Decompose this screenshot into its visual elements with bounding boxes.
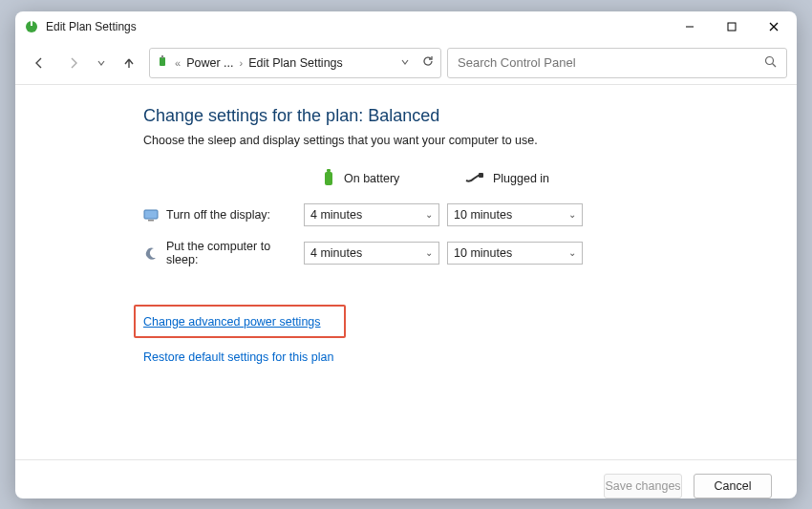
close-button[interactable]: [753, 12, 795, 41]
svg-rect-3: [728, 23, 736, 31]
breadcrumb-seg-1[interactable]: Power ...: [186, 56, 233, 70]
up-button[interactable]: [115, 50, 143, 76]
display-battery-dropdown[interactable]: 4 minutes ⌄: [304, 203, 439, 226]
plug-icon: [464, 171, 485, 187]
display-plugged-value: 10 minutes: [454, 208, 512, 222]
chevron-down-icon: ⌄: [425, 209, 433, 220]
breadcrumb-prefix: «: [175, 57, 181, 69]
maximize-button[interactable]: [711, 12, 753, 41]
restore-defaults-link[interactable]: Restore default settings for this plan: [143, 350, 333, 364]
chevron-down-icon: ⌄: [568, 209, 576, 220]
svg-rect-10: [325, 172, 332, 185]
save-changes-button: Save changes: [604, 474, 682, 498]
titlebar: Edit Plan Settings: [15, 11, 797, 42]
toolbar: « Power ... › Edit Plan Settings: [15, 42, 797, 84]
row-display-text: Turn off the display:: [166, 208, 270, 222]
column-plugged-in: Plugged in: [447, 171, 590, 187]
sleep-battery-value: 4 minutes: [310, 246, 362, 260]
svg-rect-6: [160, 57, 165, 66]
back-button[interactable]: [25, 50, 53, 76]
address-dropdown-icon[interactable]: [400, 55, 410, 70]
address-bar[interactable]: « Power ... › Edit Plan Settings: [149, 48, 441, 78]
power-icon: [156, 54, 169, 71]
svg-rect-1: [31, 21, 32, 26]
display-icon: [143, 207, 159, 223]
sleep-battery-dropdown[interactable]: 4 minutes ⌄: [304, 242, 439, 265]
row-sleep-text: Put the computer to sleep:: [166, 240, 304, 266]
column-on-battery: On battery: [304, 168, 447, 190]
cancel-button[interactable]: Cancel: [694, 474, 772, 498]
chevron-down-icon: ⌄: [425, 247, 433, 258]
window-title: Edit Plan Settings: [46, 20, 669, 33]
page-heading: Change settings for the plan: Balanced: [143, 106, 797, 126]
svg-rect-11: [327, 169, 331, 172]
battery-icon: [321, 168, 336, 190]
recent-dropdown[interactable]: [94, 50, 109, 76]
svg-rect-13: [144, 210, 158, 219]
column-plugged-in-label: Plugged in: [493, 172, 549, 185]
svg-rect-7: [161, 55, 163, 58]
forward-button[interactable]: [59, 50, 88, 76]
control-panel-window: Edit Plan Settings « Power ... › Edit Pl…: [15, 11, 797, 498]
svg-rect-14: [148, 220, 154, 222]
app-icon: [23, 18, 40, 35]
display-plugged-dropdown[interactable]: 10 minutes ⌄: [447, 203, 583, 226]
column-on-battery-label: On battery: [344, 172, 399, 185]
breadcrumb-seg-2[interactable]: Edit Plan Settings: [248, 56, 343, 70]
svg-point-8: [766, 56, 774, 64]
advanced-power-settings-link[interactable]: Change advanced power settings: [143, 315, 321, 329]
display-battery-value: 4 minutes: [310, 208, 362, 222]
sleep-plugged-value: 10 minutes: [454, 246, 512, 260]
page-description: Choose the sleep and display settings th…: [143, 134, 797, 147]
footer: Save changes Cancel: [15, 459, 797, 498]
sleep-plugged-dropdown[interactable]: 10 minutes ⌄: [447, 242, 583, 265]
settings-grid: On battery Plugged in Turn off the displ…: [143, 168, 797, 266]
row-sleep-label: Put the computer to sleep:: [143, 240, 304, 266]
links-area: Change advanced power settings Restore d…: [143, 305, 797, 364]
search-input[interactable]: [458, 55, 764, 70]
chevron-down-icon: ⌄: [568, 247, 576, 258]
minimize-button[interactable]: [669, 12, 711, 41]
row-display-label: Turn off the display:: [143, 207, 304, 223]
chevron-right-icon: ›: [239, 57, 243, 69]
highlighted-link-box: Change advanced power settings: [134, 305, 346, 338]
sleep-icon: [143, 245, 159, 261]
search-icon[interactable]: [764, 55, 777, 71]
svg-line-9: [773, 63, 777, 67]
svg-rect-12: [479, 173, 483, 178]
content-area: Change settings for the plan: Balanced C…: [15, 85, 797, 459]
search-box[interactable]: [447, 48, 787, 78]
refresh-button[interactable]: [421, 54, 435, 71]
